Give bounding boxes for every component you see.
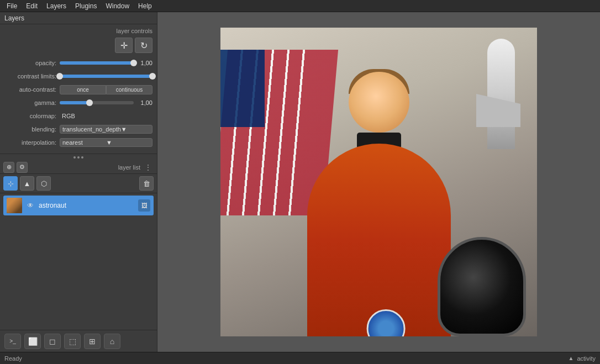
contrast-label: contrast limits: <box>4 73 60 80</box>
more-options-icon[interactable]: ⋮ <box>143 163 154 171</box>
opacity-slider[interactable] <box>60 61 134 65</box>
frame-button[interactable]: ⬜ <box>24 334 41 349</box>
main-area: Layers layer controls ✛ ↻ opacity: 1,00 <box>0 12 600 352</box>
shuttle-body <box>487 39 515 149</box>
flag-blue <box>220 50 265 127</box>
layer-name: astronaut <box>39 202 135 209</box>
layers-tab: Layers <box>0 12 157 24</box>
shape-tool-button[interactable]: ⬡ <box>36 176 51 191</box>
layer-list-header: ⊕ ⚙ layer list ⋮ <box>0 161 157 174</box>
menu-layers[interactable]: Layers <box>42 1 71 11</box>
menu-edit[interactable]: Edit <box>22 1 42 11</box>
layer-visibility-icon[interactable]: 👁 <box>25 201 35 210</box>
layer-list-icons: ⊕ ⚙ <box>3 162 28 173</box>
expand-icon: ⬚ <box>69 337 76 346</box>
canvas-area[interactable] <box>157 12 600 352</box>
dot-1 <box>73 156 76 159</box>
home-icon: ⌂ <box>110 337 114 346</box>
menubar: File Edit Layers Plugins Window Help <box>0 0 600 12</box>
blending-dropdown[interactable]: translucent_no_depth ▼ <box>60 125 152 134</box>
dots-separator <box>0 154 157 161</box>
opacity-value: 1,00 <box>136 60 152 66</box>
select-tool-button[interactable]: ⊹ <box>3 176 18 191</box>
console-icon: >_ <box>9 338 15 344</box>
autocontrast-row: auto-contrast: once continuous <box>4 84 152 95</box>
activity-arrow-icon: ▲ <box>568 355 573 361</box>
colormap-value: RGB <box>60 112 152 120</box>
gamma-value: 1,00 <box>136 99 152 106</box>
activity-label: activity <box>577 355 596 362</box>
frame-icon: ⬜ <box>28 337 38 346</box>
gamma-row: gamma: 1,00 <box>4 97 152 108</box>
canvas-image <box>220 28 537 336</box>
layer-controls: layer controls ✛ ↻ opacity: 1,00 contras… <box>0 24 157 154</box>
dot-3 <box>81 156 83 159</box>
grid-icon: ⊞ <box>89 337 96 346</box>
astro-patch <box>366 309 405 336</box>
astro-helmet-black <box>438 237 526 336</box>
new-layer-icon: ⊕ <box>3 162 14 173</box>
layer-item[interactable]: 👁 astronaut 🖼 <box>3 196 154 215</box>
layer-toolbar: ⊹ ▲ ⬡ 🗑 <box>0 174 157 193</box>
dot-2 <box>77 156 80 159</box>
left-panel: Layers layer controls ✛ ↻ opacity: 1,00 <box>0 12 157 352</box>
interpolation-arrow-icon: ▼ <box>106 139 150 146</box>
cube-button[interactable]: ◻ <box>44 334 61 349</box>
statusbar: Ready ▲ activity <box>0 352 600 364</box>
status-ready: Ready <box>4 355 22 362</box>
layers-tab-label: Layers <box>4 14 24 22</box>
controls-icons: ✛ ↻ <box>4 38 152 53</box>
activity-button[interactable]: ▲ activity <box>568 355 596 362</box>
interpolation-row: interpolation: nearest ▼ <box>4 137 152 148</box>
gamma-slider[interactable] <box>60 101 134 104</box>
expand-button[interactable]: ⬚ <box>64 334 81 349</box>
layer-list-section: ⊕ ⚙ layer list ⋮ ⊹ ▲ ⬡ 🗑 👁 astronaut <box>0 161 157 330</box>
interpolation-label: interpolation: <box>4 139 60 146</box>
layer-thumbnail <box>7 198 22 213</box>
move-button[interactable]: ✛ <box>115 38 133 53</box>
interpolation-dropdown[interactable]: nearest ▼ <box>60 138 152 147</box>
blending-label: blending: <box>4 126 60 133</box>
menu-plugins[interactable]: Plugins <box>71 1 101 11</box>
bottom-toolbar: >_ ⬜ ◻ ⬚ ⊞ ⌂ <box>0 330 157 352</box>
autocontrast-label: auto-contrast: <box>4 86 60 93</box>
autocontrast-buttons: once continuous <box>60 85 152 94</box>
colormap-label: colormap: <box>4 113 60 119</box>
astro-suit-body <box>307 144 451 336</box>
menu-file[interactable]: File <box>2 1 22 11</box>
settings-icon: ⚙ <box>17 162 28 173</box>
layer-type-icon: 🖼 <box>138 199 150 212</box>
autocontrast-once[interactable]: once <box>60 85 106 94</box>
opacity-label: opacity: <box>4 60 60 66</box>
layer-list-label: layer list <box>118 164 140 171</box>
grid-button[interactable]: ⊞ <box>84 334 101 349</box>
blending-arrow-icon: ▼ <box>121 126 150 133</box>
menu-help[interactable]: Help <box>134 1 156 11</box>
blending-row: blending: translucent_no_depth ▼ <box>4 124 152 135</box>
colormap-row: colormap: RGB <box>4 110 152 122</box>
autocontrast-continuous[interactable]: continuous <box>106 85 152 94</box>
contrast-row: contrast limits: <box>4 71 152 82</box>
home-button[interactable]: ⌂ <box>104 334 120 349</box>
astro-face <box>349 72 409 133</box>
gamma-label: gamma: <box>4 99 60 106</box>
console-button[interactable]: >_ <box>4 334 21 349</box>
move-tool-button[interactable]: ▲ <box>20 176 34 191</box>
contrast-slider[interactable] <box>60 75 152 78</box>
cube-icon: ◻ <box>49 337 56 346</box>
delete-layer-button[interactable]: 🗑 <box>139 176 154 191</box>
opacity-row: opacity: 1,00 <box>4 57 152 68</box>
rotate-button[interactable]: ↻ <box>135 38 152 53</box>
layer-controls-header: layer controls <box>4 28 152 34</box>
shuttle <box>454 39 520 193</box>
menu-window[interactable]: Window <box>101 1 134 11</box>
